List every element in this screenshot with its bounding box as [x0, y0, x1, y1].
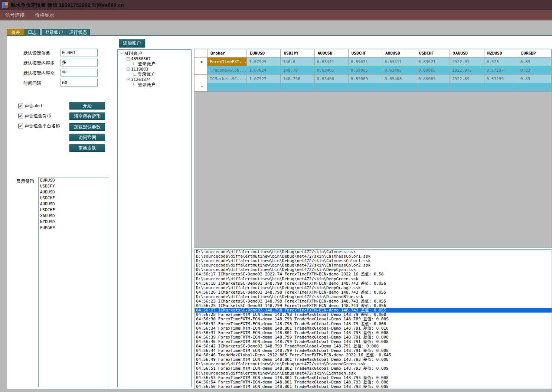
- collapse-icon[interactable]: −: [127, 68, 130, 71]
- collapse-icon[interactable]: −: [127, 57, 130, 61]
- grid-value-cell[interactable]: 0.89065: [348, 66, 382, 75]
- grid-empty-cell[interactable]: [484, 83, 518, 92]
- log-line[interactable]: 04:56:32 ForexTimeFXTM-ECN-demo 148.798 …: [195, 322, 552, 326]
- tab-3[interactable]: 登录账户: [42, 29, 66, 35]
- log-line[interactable]: 04:56:56 ForexTimeFXTM-ECN-demo 148.801 …: [195, 385, 552, 389]
- currency-item[interactable]: USDCHF: [39, 195, 109, 201]
- grid-broker-cell[interactable]: ICMarketsSC-...: [207, 75, 246, 83]
- currency-listbox[interactable]: EURUSDUSDJPYAUDUSDUSDCHFAUDUSDUSDCHFXAUU…: [38, 177, 109, 387]
- grid-empty-cell[interactable]: [416, 83, 450, 92]
- add-account-button[interactable]: 添加账户: [119, 39, 145, 48]
- tree-node[interactable]: 登录账户: [133, 72, 156, 77]
- tab-2[interactable]: 日志: [25, 29, 40, 35]
- tree-node[interactable]: 登录账户: [133, 61, 156, 66]
- grid-col-header[interactable]: NZDUSD: [484, 49, 518, 58]
- interval-input[interactable]: [61, 79, 98, 86]
- menu-item-2[interactable]: 价格显示: [30, 10, 59, 20]
- grid-empty-cell[interactable]: [348, 83, 382, 92]
- grid-empty-cell[interactable]: [207, 83, 246, 92]
- grid-value-cell[interactable]: 1.07927: [247, 75, 281, 83]
- price-grid[interactable]: BrokerEURUSDUSDJPYAUDUSDUSDCHFAUDUSDUSDC…: [194, 49, 552, 248]
- grid-value-cell[interactable]: 0.83: [518, 66, 551, 75]
- tree-node[interactable]: 登录账户: [133, 82, 156, 87]
- log-line[interactable]: D:\sourcecode\diffalertmutinew\bin\Debug…: [195, 371, 552, 376]
- grid-value-cell[interactable]: 0.57299: [484, 75, 518, 83]
- log-line[interactable]: 04:56:34 ForexTimeFXTM-ECN-demo 148.801 …: [195, 326, 552, 331]
- grid-value-cell[interactable]: 2922.91: [450, 58, 484, 66]
- collapse-icon[interactable]: −: [120, 52, 123, 55]
- grid-value-cell[interactable]: 148.79: [281, 66, 314, 75]
- grid-empty-cell[interactable]: [450, 83, 484, 92]
- grid-value-cell[interactable]: 0.63405: [382, 66, 416, 75]
- grid-value-cell[interactable]: 0.63408: [314, 75, 348, 83]
- start-button[interactable]: 开始: [69, 102, 105, 110]
- currency-item[interactable]: AUDUSD: [39, 201, 109, 207]
- log-line[interactable]: 04:56:51 ForexTimeFXTM-ECN-demo 148.802 …: [195, 366, 552, 371]
- grid-value-cell[interactable]: 0.89069: [416, 75, 450, 83]
- grid-value-cell[interactable]: 148.798: [281, 75, 314, 83]
- grid-value-cell[interactable]: 0.63411: [314, 58, 348, 66]
- grid-col-header[interactable]: AUDUSD: [314, 49, 348, 58]
- grid-row-header[interactable]: [195, 66, 208, 75]
- currency-item[interactable]: EURUSD: [39, 177, 109, 183]
- load-default-button[interactable]: 加载默认参数: [69, 123, 105, 131]
- grid-value-cell[interactable]: 0.63405: [314, 66, 348, 75]
- menu-item-1[interactable]: 信号连接: [0, 10, 30, 20]
- currency-item[interactable]: AUDUSD: [39, 189, 109, 195]
- currency-item[interactable]: NZDUSD: [39, 219, 109, 225]
- grid-value-cell[interactable]: 148.8: [281, 58, 314, 66]
- grid-col-header[interactable]: XAUUSD: [450, 49, 484, 58]
- sound-platform-checkbox[interactable]: ✓: [18, 124, 23, 128]
- grid-value-cell[interactable]: 0.89071: [416, 58, 450, 66]
- grid-col-header[interactable]: EURUSD: [247, 49, 281, 58]
- grid-col-header[interactable]: USDJPY: [281, 49, 314, 58]
- account-tree[interactable]: −MT4账户−48580367登录账户−1119883登录账户−31261874…: [117, 49, 192, 387]
- grid-value-cell[interactable]: 0.83: [518, 58, 551, 66]
- grid-empty-cell[interactable]: [518, 83, 551, 92]
- grid-empty-cell[interactable]: [281, 83, 314, 92]
- default-diff-input[interactable]: [61, 49, 98, 56]
- log-line[interactable]: 04:56:37 ForexTimeFXTM-ECN-demo 148.801 …: [195, 331, 552, 335]
- currency-item[interactable]: USDJPY: [39, 183, 109, 189]
- tree-node[interactable]: −MT4账户: [120, 51, 142, 56]
- visit-site-button[interactable]: 访问官网: [69, 134, 105, 141]
- grid-row-header[interactable]: ▶: [195, 58, 208, 66]
- grid-col-header[interactable]: USDCHF: [348, 49, 382, 58]
- collapse-icon[interactable]: −: [127, 78, 130, 81]
- grid-value-cell[interactable]: 1.07924: [247, 66, 281, 75]
- grid-value-cell[interactable]: 0.89065: [416, 66, 450, 75]
- grid-col-header[interactable]: Broker: [207, 49, 246, 58]
- grid-col-header[interactable]: USDCHF: [416, 49, 450, 58]
- grid-value-cell[interactable]: 0.57297: [484, 66, 518, 75]
- alert-content-short-input[interactable]: [61, 69, 98, 76]
- log-line[interactable]: 04:56:17 ICMarketsSC-Demo03 2922.74 Fore…: [195, 272, 552, 277]
- grid-empty-cell[interactable]: [314, 83, 348, 92]
- grid-value-cell[interactable]: 0.573: [484, 58, 518, 66]
- log-line[interactable]: D:\sourcecode\diffalertmutinew\bin\Debug…: [195, 277, 552, 281]
- tab-4[interactable]: 运行状态: [66, 29, 90, 35]
- clear-all-button[interactable]: 清空所有货币: [69, 112, 105, 120]
- log-listbox[interactable]: D:\sourcecode\diffalertmutinew\bin\Debug…: [195, 249, 552, 389]
- grid-value-cell[interactable]: 0.63411: [382, 58, 416, 66]
- log-line[interactable]: 04:56:53 ForexTimeFXTM-ECN-demo 148.801 …: [195, 376, 552, 380]
- sound-alert-checkbox[interactable]: ✓: [18, 104, 23, 108]
- sound-currency-checkbox[interactable]: ✓: [18, 114, 23, 118]
- log-line[interactable]: 04:56:54 ForexTimeFXTM-ECN-demo 148.801 …: [195, 380, 552, 385]
- grid-value-cell[interactable]: 0.83: [518, 75, 551, 83]
- tab-1[interactable]: 价差: [7, 29, 25, 36]
- grid-value-cell[interactable]: 0.89071: [348, 58, 382, 66]
- grid-new-row-header[interactable]: *: [195, 83, 208, 92]
- grid-empty-cell[interactable]: [382, 83, 416, 92]
- grid-col-header[interactable]: AUDUSD: [382, 49, 416, 58]
- alert-content-long-input[interactable]: [61, 59, 98, 66]
- grid-value-cell[interactable]: 0.89069: [348, 75, 382, 83]
- grid-row-header[interactable]: [195, 75, 208, 83]
- grid-broker-cell[interactable]: ForexTimeFXT...: [207, 58, 246, 66]
- grid-value-cell[interactable]: 2922.875: [450, 66, 484, 75]
- log-line[interactable]: 04:56:30 ForexTimeFXTM-ECN-demo 148.798 …: [195, 317, 552, 321]
- change-skin-button[interactable]: 更换皮肤: [69, 144, 105, 152]
- grid-value-cell[interactable]: 1.07929: [247, 58, 281, 66]
- grid-value-cell[interactable]: 0.63408: [382, 75, 416, 83]
- currency-item[interactable]: EURGBP: [39, 225, 109, 231]
- grid-broker-cell[interactable]: TradeMaxGlob...: [207, 66, 246, 75]
